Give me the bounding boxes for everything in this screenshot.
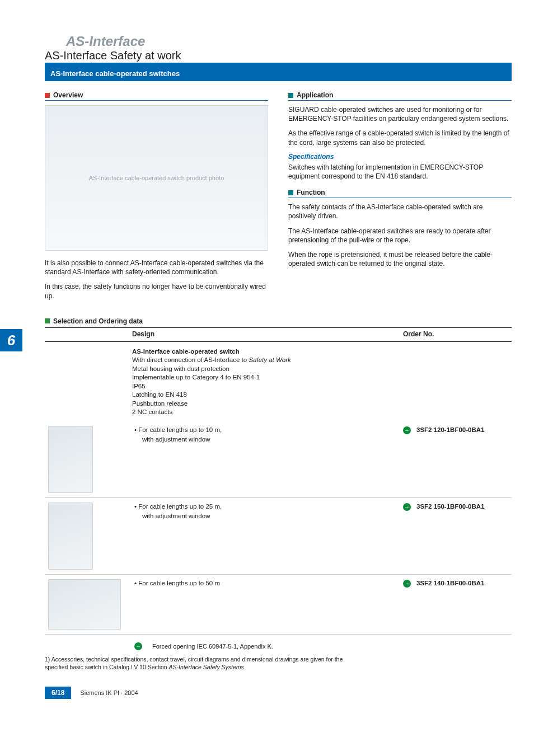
ordering-heading: Selection and Ordering data (45, 317, 512, 326)
application-p1: SIGUARD cable-operated switches are used… (288, 105, 512, 123)
th-design: Design (129, 327, 400, 341)
square-icon (45, 93, 50, 98)
design-intro-title: AS-Interface cable-operated switch (132, 348, 396, 356)
design-intro-line: Implementable up to Category 4 to EN 954… (132, 373, 396, 382)
function-p3: When the rope is pretensioned, it must b… (288, 250, 512, 268)
forced-opening-icon: → (134, 642, 142, 650)
function-heading: Function (288, 189, 512, 198)
function-heading-text: Function (297, 189, 325, 196)
th-order: Order No. (400, 327, 512, 341)
row-sub: with adjustment window (132, 435, 396, 444)
square-icon (288, 93, 293, 98)
design-intro-line: 2 NC contacts (132, 408, 396, 417)
page-footer: 6/18 Siemens IK PI · 2004 (45, 687, 512, 699)
chapter-tab: 6 (0, 329, 22, 351)
left-column: Overview AS-Interface cable-operated swi… (45, 91, 268, 306)
footer-text: Siemens IK PI · 2004 (80, 689, 138, 696)
function-p2: The AS-Interface cable-operated switches… (288, 227, 512, 245)
table-row: For cable lengths up to 10 m, with adjus… (45, 421, 512, 498)
th-blank (45, 327, 129, 341)
square-icon (45, 318, 50, 323)
legend: → Forced opening IEC 60947-5-1, Appendix… (45, 642, 512, 650)
title-block: AS-Interface AS-Interface Safety at work (45, 34, 512, 62)
row-sub: with adjustment window (132, 512, 396, 521)
table-row: For cable lengths up to 25 m, with adjus… (45, 497, 512, 574)
overview-image: AS-Interface cable-operated switch produ… (45, 105, 268, 251)
title-sub: AS-Interface Safety at work (45, 49, 512, 62)
overview-p2: In this case, the safety functions no lo… (45, 282, 268, 300)
application-p3: Switches with latching for implementatio… (288, 163, 512, 181)
order-no: →3SF2 140-1BF00-0BA1 (400, 574, 512, 634)
square-icon (288, 190, 293, 195)
application-heading-text: Application (297, 91, 333, 99)
product-thumbnail (48, 503, 93, 570)
table-row: For cable lengths up to 50 m →3SF2 140-1… (45, 574, 512, 634)
order-no: →3SF2 150-1BF00-0BA1 (400, 497, 512, 574)
row-bullet: For cable lengths up to 25 m, (132, 503, 396, 511)
overview-heading-text: Overview (53, 91, 83, 99)
function-p1: The safety contacts of the AS-Interface … (288, 203, 512, 220)
overview-heading: Overview (45, 91, 268, 101)
overview-p1: It is also possible to connect AS-Interf… (45, 259, 268, 276)
design-intro: AS-Interface cable-operated switch With … (129, 341, 400, 421)
forced-opening-icon: → (403, 426, 411, 434)
legend-text: Forced opening IEC 60947-5-1, Appendix K… (152, 643, 273, 650)
design-intro-line: Latching to EN 418 (132, 391, 396, 400)
title-main: AS-Interface (66, 34, 512, 49)
ordering-section: Selection and Ordering data Design Order… (45, 317, 512, 671)
design-intro-line: Pushbutton release (132, 400, 396, 408)
ordering-heading-text: Selection and Ordering data (53, 317, 143, 325)
specifications-heading: Specifications (288, 153, 512, 161)
right-column: Application SIGUARD cable-operated switc… (288, 91, 512, 306)
product-thumbnail (48, 426, 93, 493)
row-bullet: For cable lengths up to 50 m (132, 579, 396, 588)
design-intro-line: IP65 (132, 382, 396, 391)
application-heading: Application (288, 91, 512, 101)
footnote: 1) Accessories, technical specifications… (45, 656, 358, 671)
product-thumbnail (48, 579, 121, 630)
row-bullet: For cable lengths up to 10 m, (132, 426, 396, 435)
forced-opening-icon: → (403, 580, 411, 588)
application-p2: As the effective range of a cable-operat… (288, 129, 512, 147)
forced-opening-icon: → (403, 503, 411, 511)
page-number-badge: 6/18 (45, 687, 71, 699)
section-header-bar: AS-Interface cable-operated switches (45, 64, 512, 81)
design-intro-line: With direct connection of AS-Interface t… (132, 356, 396, 365)
order-no: →3SF2 120-1BF00-0BA1 (400, 421, 512, 498)
ordering-table: Design Order No. AS-Interface cable-oper… (45, 327, 512, 635)
design-intro-line: Metal housing with dust protection (132, 365, 396, 374)
